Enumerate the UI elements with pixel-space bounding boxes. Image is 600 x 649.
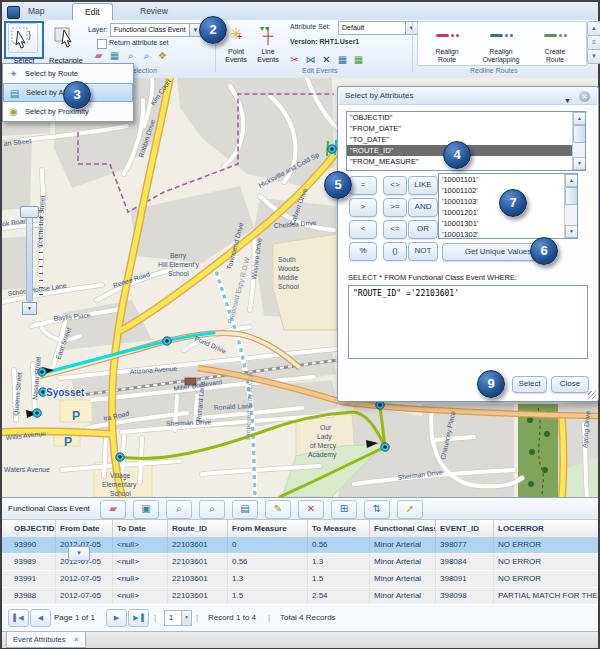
operator-button-<=[interactable]: <= <box>383 220 407 239</box>
dialog-close-button[interactable]: Close <box>551 376 589 393</box>
scroll-down-icon[interactable]: ▼ <box>573 157 586 170</box>
delete-selected-icon[interactable]: ✕ <box>298 500 324 519</box>
column-header-from-date[interactable]: From Date <box>56 520 113 538</box>
operator-button-=[interactable]: = <box>349 176 377 195</box>
pager-next-button[interactable]: ▶ <box>106 609 127 627</box>
tab-map[interactable]: Map <box>16 3 57 20</box>
copy-icon[interactable]: ⊞ <box>331 500 357 519</box>
layer-value: Functional Class Event <box>114 26 186 33</box>
scroll-up-icon[interactable]: ▲ <box>573 112 586 125</box>
tab-review[interactable]: Review <box>128 3 180 20</box>
dialog-select-button[interactable]: Select <box>512 376 547 393</box>
select-box-icon[interactable]: ▣ <box>133 500 159 519</box>
operator-button-OR[interactable]: OR <box>408 220 438 239</box>
table-row[interactable]: 939892012-07-05<null>221036010.561.3Mino… <box>2 554 598 571</box>
merge-events-icon[interactable]: ⋈ <box>302 51 319 68</box>
column-header-event_id[interactable]: EVENT_ID <box>436 520 494 538</box>
pager-first-button[interactable]: ▌◀ <box>8 609 29 627</box>
table-row[interactable]: 939912012-07-05<null>221036011.31.5Minor… <box>2 571 598 588</box>
gallery-scroll-down[interactable]: ▼ <box>587 49 600 64</box>
attribute-set-combobox[interactable]: Default ▼ <box>338 21 418 35</box>
redline-button-1[interactable]: Realign Route <box>422 26 472 64</box>
open-attributes-icon[interactable]: ➚ <box>397 500 423 519</box>
scroll-down-icon[interactable]: ▼ <box>565 225 578 238</box>
operator-button->=[interactable]: >= <box>383 198 407 217</box>
event-grid-icon[interactable]: ▦ <box>350 51 367 68</box>
operator-button-NOT[interactable]: NOT <box>408 242 438 261</box>
dialog-titlebar[interactable]: Select by Attributes ▼ ✕ <box>339 88 597 105</box>
operator-button-<>[interactable]: <> <box>383 176 407 195</box>
table-row[interactable]: 939882012-07-05<null>221036011.52.54Mino… <box>2 588 598 605</box>
column-header-to-measure[interactable]: To Measure <box>308 520 370 538</box>
scroll-thumb[interactable] <box>573 125 586 143</box>
operator-button->[interactable]: > <box>349 198 377 217</box>
snap-node-icon[interactable]: ✕ <box>318 51 335 68</box>
eraser-icon[interactable]: ▰ <box>90 47 107 64</box>
zoom-selected-icon[interactable]: ⌕ <box>166 500 192 519</box>
redline-button-3[interactable]: Create Route <box>530 26 580 64</box>
operator-button-()[interactable]: () <box>383 242 407 261</box>
zoom-slider-track[interactable] <box>26 208 33 302</box>
application-window: MapEditReview } Select ▼ Rectangle ▼ Lay… <box>0 0 600 649</box>
operator-button-AND[interactable]: AND <box>408 198 438 217</box>
tab-close-icon[interactable]: ✕ <box>74 636 80 643</box>
value-item[interactable]: '10001301' <box>439 218 564 229</box>
eraser-icon[interactable]: ▰ <box>100 500 126 519</box>
layer-combobox[interactable]: Functional Class Event ▼ <box>110 23 202 37</box>
gallery-scroll-up[interactable]: ▲ <box>587 21 600 36</box>
column-header-to-date[interactable]: To Date <box>113 520 168 538</box>
dialog-resize-grip[interactable] <box>588 391 596 399</box>
map-collapse-button[interactable]: ▼ <box>68 546 90 561</box>
edit-event-icon[interactable]: ✎ <box>265 500 291 519</box>
scroll-up-icon[interactable]: ▲ <box>565 174 578 187</box>
split-event-icon[interactable]: ✂ <box>286 51 303 68</box>
column-header-objectid[interactable]: OBJECTID <box>10 520 56 538</box>
rectangle-button[interactable] <box>52 23 80 51</box>
values-scrollbar[interactable]: ▲ ▼ <box>564 174 577 238</box>
map-label: Middle <box>278 274 298 281</box>
pager-page-text: Page 1 of 1 <box>54 613 95 622</box>
select-table-icon[interactable]: ▦ <box>106 47 123 64</box>
column-header-functional-class[interactable]: Functional Class <box>370 520 436 538</box>
tab-edit[interactable]: Edit <box>72 3 113 21</box>
select-by-attributes-dialog: Select by Attributes ▼ ✕ ▲ ▼ "OBJECTID""… <box>337 86 599 402</box>
menu-item-select-by-route[interactable]: ⌖Select by Route <box>3 64 133 83</box>
fields-scrollbar[interactable]: ▲ ▼ <box>572 112 585 170</box>
attribute-set-caret[interactable]: ▼ <box>405 22 417 34</box>
pager-last-button[interactable]: ▶▐ <box>128 609 149 627</box>
map-zoom-slider[interactable]: ▼ <box>20 204 42 314</box>
zoom-out-button[interactable]: ▼ <box>22 302 37 315</box>
zoom-events-icon[interactable]: ⌕ <box>122 47 139 64</box>
save-icon[interactable]: ▤ <box>232 500 258 519</box>
sort-az-icon[interactable]: ⇅ <box>364 500 390 519</box>
map-label: Lady <box>317 433 332 441</box>
event-table-icon[interactable]: ▦ <box>334 51 351 68</box>
tab-event-attributes[interactable]: Event Attributes✕ <box>6 632 86 648</box>
pager-prev-button[interactable]: ◀ <box>30 609 51 627</box>
field-item[interactable]: "OBJECTID" <box>347 112 572 123</box>
field-item[interactable]: "FROM_DATE" <box>347 123 572 134</box>
scroll-thumb[interactable] <box>565 187 578 205</box>
operator-button-LIKE[interactable]: LIKE <box>408 176 438 195</box>
redline-button-2[interactable]: Realign Overlapping <box>476 26 526 64</box>
map-label: South <box>278 256 296 263</box>
column-header-route_id[interactable]: Route_ID <box>168 520 228 538</box>
pager-combo-caret[interactable]: ▼ <box>181 611 191 625</box>
operator-button-<[interactable]: < <box>349 220 377 239</box>
value-item[interactable]: '10001101' <box>439 174 564 185</box>
where-clause-textarea[interactable]: "ROUTE_ID" ='22103601' <box>348 285 588 359</box>
column-header-locerror[interactable]: LOCERROR <box>494 520 600 538</box>
dialog-menu-caret-icon[interactable]: ▼ <box>564 93 571 109</box>
gallery-scroll-thumb[interactable]: ≡ <box>587 35 600 50</box>
map-label: P <box>64 435 72 449</box>
dialog-close-icon[interactable]: ✕ <box>579 91 590 102</box>
zoom-slider-handle[interactable] <box>20 206 39 218</box>
layers-sparkle-icon[interactable]: ❖ <box>154 47 171 64</box>
zoom-events-icon[interactable]: ⌕ <box>199 500 225 519</box>
column-header-from-measure[interactable]: From Measure <box>228 520 308 538</box>
operator-button-%[interactable]: % <box>349 242 377 261</box>
pager-page-combobox[interactable]: 1▼ <box>164 610 192 626</box>
route-vertex-center <box>383 445 387 449</box>
table-row[interactable]: 939902012-07-05<null>2210360100.56Minor … <box>2 537 598 554</box>
zoom-selected-icon[interactable]: ⌕ <box>138 47 155 64</box>
